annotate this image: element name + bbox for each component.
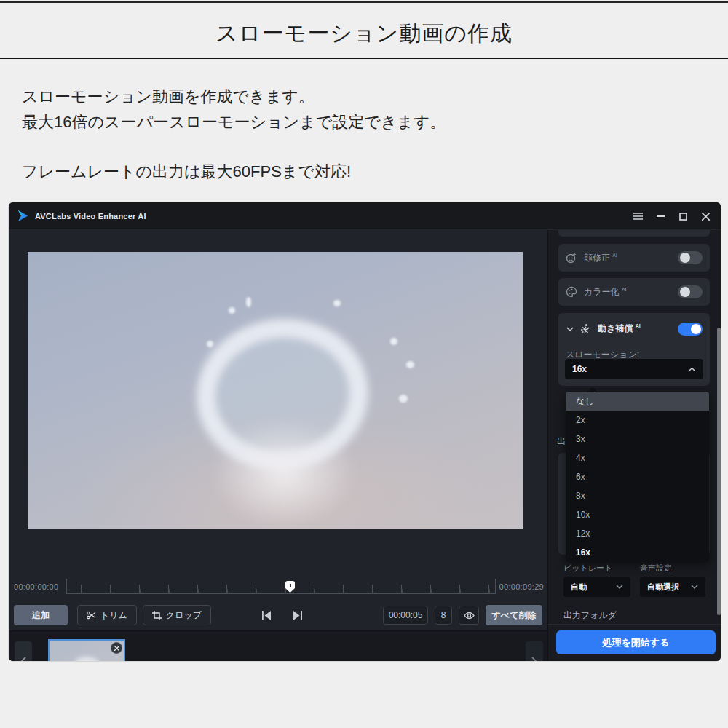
face-refinement-label: 顔修正 AI — [584, 252, 617, 264]
close-icon — [114, 646, 119, 651]
filmstrip: milk_-_98044 ... — [9, 630, 547, 661]
slow-motion-select[interactable]: 16x — [565, 359, 703, 379]
app-logo-icon — [17, 210, 29, 222]
milk-splash-column — [211, 419, 357, 529]
bitrate-select[interactable]: 自動 — [563, 577, 630, 597]
start-processing-button[interactable]: 処理を開始する — [556, 630, 716, 654]
time-position-field[interactable]: 00:00:05 — [383, 606, 428, 625]
chevron-down-icon — [616, 585, 623, 589]
timeline-end-time: 00:00:09:29 — [499, 582, 544, 591]
palette-icon — [566, 286, 577, 298]
title-divider — [0, 58, 728, 59]
scissors-icon — [87, 611, 96, 620]
running-person-icon — [579, 323, 591, 335]
app-title: AVCLabs Video Enhancer AI — [35, 212, 146, 221]
face-icon — [566, 252, 577, 264]
skip-to-end-button[interactable] — [290, 608, 304, 622]
dropdown-option-16x[interactable]: 16x — [566, 543, 709, 562]
preview-pane: 00:00:00:00 00:00:09:29 追加 トリム — [9, 230, 547, 661]
crop-icon — [152, 611, 162, 620]
preview-eye-button[interactable] — [459, 606, 479, 625]
chevron-down-icon — [691, 585, 698, 589]
page-title: スローモーション動画の作成 — [0, 19, 728, 49]
chevron-left-icon — [20, 657, 26, 662]
eye-icon — [464, 612, 475, 620]
filmstrip-prev-button[interactable] — [15, 641, 32, 661]
dropdown-option-8x[interactable]: 8x — [566, 486, 709, 505]
dropdown-option-10x[interactable]: 10x — [566, 505, 709, 524]
timeline: 00:00:00:00 00:00:09:29 — [9, 577, 547, 599]
video-preview — [28, 252, 523, 529]
timeline-start-time: 00:00:00:00 — [14, 582, 58, 591]
video-thumbnail[interactable]: milk_-_98044 ... — [48, 639, 125, 661]
crop-button[interactable]: クロップ — [143, 605, 211, 625]
dropdown-option-4x[interactable]: 4x — [566, 448, 709, 467]
menu-icon[interactable] — [633, 211, 643, 221]
colorize-card: カラー化 AI — [558, 278, 710, 306]
fps-paragraph: フレームレートの出力は最大60FPSまで対応! — [22, 159, 351, 184]
filmstrip-next-button[interactable] — [526, 641, 543, 661]
colorize-toggle[interactable] — [678, 285, 703, 298]
slow-motion-dropdown: なし 2x 3x 4x 6x 8x 10x 12x 16x — [566, 392, 709, 562]
intro-paragraph: スローモーション動画を作成できます。 最大16倍のスーパースローモーションまで設… — [22, 84, 446, 135]
dropdown-option-3x[interactable]: 3x — [566, 430, 709, 448]
settings-sidebar: 顔修正 AI カラー化 AI 動き補償 AI — [547, 230, 721, 661]
add-button[interactable]: 追加 — [14, 605, 68, 625]
colorize-label: カラー化 AI — [584, 286, 627, 298]
minimize-button[interactable] — [655, 211, 665, 221]
scrolled-card-remnant — [558, 230, 710, 237]
frame-field[interactable]: 8 — [435, 606, 452, 625]
titlebar: AVCLabs Video Enhancer AI — [9, 202, 721, 230]
bitrate-label: ビットレート — [563, 563, 612, 574]
delete-all-button[interactable]: すべて削除 — [486, 605, 542, 625]
audio-select[interactable]: 自動選択 — [640, 577, 705, 597]
chevron-right-icon — [531, 657, 537, 662]
trim-button[interactable]: トリム — [77, 605, 137, 625]
motion-compensation-toggle[interactable] — [678, 323, 703, 336]
dropdown-option-12x[interactable]: 12x — [566, 524, 709, 543]
dropdown-option-2x[interactable]: 2x — [566, 411, 709, 430]
top-divider — [0, 1, 728, 3]
face-refinement-toggle[interactable] — [678, 251, 703, 264]
remove-video-button[interactable] — [111, 642, 122, 654]
motion-compensation-card: 動き補償 AI スローモーション: 16x — [558, 313, 710, 386]
dropdown-option-6x[interactable]: 6x — [566, 467, 709, 486]
output-folder-label: 出力フォルダ — [563, 609, 617, 622]
motion-compensation-label: 動き補償 AI — [598, 323, 641, 335]
sidebar-scrollbar[interactable] — [717, 328, 721, 615]
close-button[interactable] — [700, 211, 711, 221]
chevron-up-icon — [688, 367, 696, 372]
skip-to-start-button[interactable] — [259, 608, 274, 622]
dropdown-option-none[interactable]: なし — [566, 392, 709, 411]
chevron-down-icon[interactable] — [566, 325, 574, 333]
control-bar: 追加 トリム クロップ — [9, 604, 547, 626]
face-refinement-card: 顔修正 AI — [558, 244, 710, 272]
app-window: AVCLabs Video Enhancer AI — [9, 202, 721, 661]
timeline-ruler[interactable] — [66, 579, 496, 594]
maximize-button[interactable] — [678, 211, 688, 221]
intro-line-1: スローモーション動画を作成できます。 — [22, 84, 446, 109]
intro-line-2: 最大16倍のスーパースローモーションまで設定できます。 — [22, 109, 446, 135]
audio-settings-label: 音声設定 — [640, 563, 672, 574]
